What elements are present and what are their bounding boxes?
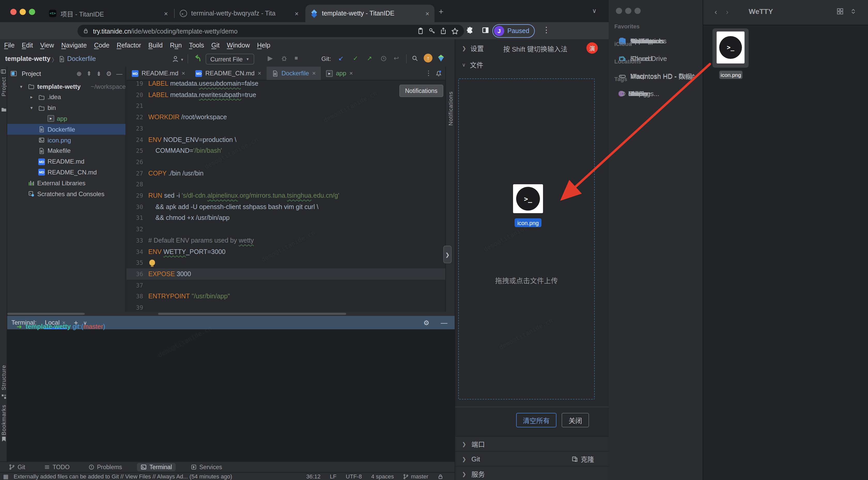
demo-badge[interactable]: 演 <box>586 42 598 54</box>
clear-all-button[interactable]: 清空所有 <box>516 413 556 427</box>
sidebar-toggle-icon[interactable] <box>482 26 489 34</box>
chevron-right-icon[interactable]: ▸ <box>29 95 34 100</box>
history-icon[interactable] <box>380 55 387 62</box>
menu-item-view[interactable]: View <box>40 42 54 49</box>
tab-search-button[interactable]: ∨ <box>592 7 597 14</box>
user-dropdown-icon[interactable]: ▼ <box>180 58 184 61</box>
search-icon[interactable] <box>411 55 418 62</box>
browser-tab[interactable]: <t>项目 - TitanIDE× <box>44 5 173 22</box>
finder-close-button[interactable] <box>616 8 622 14</box>
close-button[interactable]: 关闭 <box>562 413 589 427</box>
line-ending[interactable]: LF <box>330 473 337 479</box>
folder-strip-icon[interactable] <box>1 107 6 112</box>
notifications-bell-icon[interactable] <box>435 70 442 77</box>
editor-hscrollbar[interactable] <box>158 313 346 315</box>
code-line[interactable]: LABEL metadata.rewritesubpath=true <box>148 89 256 100</box>
tab-close-icon[interactable]: × <box>164 9 168 17</box>
hide-panel-icon[interactable]: — <box>116 70 122 77</box>
editor-tab-readme-cn-md[interactable]: MDREADME_CN.md× <box>190 67 267 80</box>
browser-menu-icon[interactable]: ⋮ <box>542 25 550 35</box>
tree-item-readme-md[interactable]: MDREADME.md <box>7 156 126 167</box>
menu-item-window[interactable]: Window <box>227 42 250 49</box>
menu-item-navigate[interactable]: Navigate <box>61 42 87 49</box>
editor-tab-close-icon[interactable]: × <box>182 70 185 77</box>
breadcrumb-project[interactable]: template-wetty <box>5 55 51 63</box>
address-bar[interactable]: try.titanide.cn/ide/web/coding/template-… <box>78 25 464 37</box>
code-line[interactable]: # Default ENV params used by wetty <box>148 235 254 246</box>
tree-item-readme-cn-md[interactable]: MDREADME_CN.md <box>7 167 126 178</box>
tree-item-dockerfile[interactable]: Dockerfile <box>7 124 126 135</box>
extensions-puzzle-icon[interactable] <box>466 26 474 35</box>
chevron-down-icon[interactable]: ▾ <box>29 105 34 110</box>
locate-file-icon[interactable]: ⊕ <box>76 70 82 77</box>
breadcrumb-file[interactable]: Dockerfile <box>67 55 96 63</box>
terminal-prompt[interactable]: ➜ template-wetty git:(master) <box>17 322 105 330</box>
editor-tab-readme-md[interactable]: MDREADME.md× <box>127 67 190 80</box>
code-line[interactable]: && apk add -U openssh-client sshpass bas… <box>148 201 318 212</box>
menu-item-file[interactable]: File <box>4 42 14 49</box>
maximize-window-button[interactable] <box>29 9 35 15</box>
toolwindow-button-git[interactable]: Git <box>5 463 29 471</box>
panel-options-gear-icon[interactable]: ⚙ <box>106 70 112 77</box>
section-ports[interactable]: ❯端口 <box>455 437 609 452</box>
code-line[interactable]: RUN sed -i 's/dl-cdn.alpinelinux.org/mir… <box>148 190 339 201</box>
editor-tab-close-icon[interactable]: × <box>257 70 261 77</box>
finder-file-thumbnail[interactable]: >_ <box>717 32 745 64</box>
status-message[interactable]: Externally added files can be added to G… <box>14 473 232 479</box>
sidebar-item-project[interactable]: Project <box>1 77 7 97</box>
save-clipboard-icon[interactable] <box>417 27 424 35</box>
finder-file-label[interactable]: icon.png <box>719 71 742 79</box>
code-line[interactable]: ENV NODE_ENV=production \ <box>148 134 237 145</box>
gem-icon[interactable] <box>437 54 445 62</box>
collapse-all-icon[interactable]: ⇟ <box>96 70 101 77</box>
menu-item-build[interactable]: Build <box>148 42 163 49</box>
code-line[interactable]: COMMAND='/bin/bash' <box>148 145 222 157</box>
sidebar-item-structure[interactable]: Structure <box>1 365 7 390</box>
tree-item-icon-png[interactable]: icon.png <box>7 135 126 145</box>
menu-item-edit[interactable]: Edit <box>22 42 33 49</box>
menu-item-help[interactable]: Help <box>257 42 270 49</box>
toolwindow-button-problems[interactable]: Problems <box>85 463 126 471</box>
git-update-icon[interactable]: ↙ <box>338 55 344 62</box>
project-tab-icon[interactable] <box>1 69 6 74</box>
section-services[interactable]: ❯服务 <box>455 467 609 480</box>
section-git[interactable]: ❯Git克隆 <box>455 452 609 467</box>
finder-minimize-button[interactable] <box>625 8 631 14</box>
sidebar-item-bookmarks[interactable]: Bookmarks <box>1 405 7 435</box>
password-key-icon[interactable] <box>428 27 436 35</box>
run-configuration-select[interactable]: Current File▼ <box>206 54 254 65</box>
toolwindow-button-terminal[interactable]: Terminal <box>137 463 176 471</box>
tree-item-makefile[interactable]: Makefile <box>7 145 126 157</box>
code-line[interactable]: EXPOSE 3000 <box>148 268 191 280</box>
code-line[interactable]: ENTRYPOINT "/usr/bin/app" <box>148 291 230 302</box>
upload-dropzone[interactable]: >_ icon.png 拖拽或点击文件上传 <box>458 78 595 400</box>
upgrade-icon[interactable]: ↑ <box>424 54 432 63</box>
finder-item-all-tags-[interactable]: All Tags... <box>609 87 703 100</box>
code-line[interactable]: && chmod +x /usr/bin/app <box>148 212 230 224</box>
git-push-icon[interactable]: ↗ <box>367 55 372 62</box>
toolwindow-button-services[interactable]: Services <box>187 463 226 471</box>
git-branch-widget[interactable]: master <box>403 473 428 479</box>
terminal-settings-gear-icon[interactable]: ⚙ <box>424 319 429 327</box>
browser-tab[interactable]: template-wetty - TitanIDE× <box>305 5 435 22</box>
code-line[interactable]: WORKDIR /root/workspace <box>148 111 227 123</box>
finder-forward-icon[interactable]: › <box>726 7 728 16</box>
clone-action[interactable]: 克隆 <box>571 454 594 464</box>
upload-file-thumbnail[interactable]: >_ <box>513 184 543 213</box>
browser-tab[interactable]: >_terminal-wetty-bwqryafz - Tita× <box>175 5 304 22</box>
run-button[interactable]: ▶ <box>268 54 273 62</box>
editor-tab-app[interactable]: ▸app× <box>321 67 358 80</box>
chevron-down-icon[interactable]: ▾ <box>19 84 24 89</box>
editor-tabs-menu-icon[interactable]: ⋮ <box>425 69 432 77</box>
code-line[interactable]: COPY ./bin /usr/bin <box>148 168 204 179</box>
tree-item-scratches-and-consoles[interactable]: Scratches and Consoles <box>7 188 126 199</box>
finder-zoom-button[interactable] <box>634 8 641 14</box>
tree-item-external-libraries[interactable]: External Libraries <box>7 177 126 188</box>
share-icon[interactable] <box>440 27 447 35</box>
tab-close-icon[interactable]: × <box>295 9 299 17</box>
toolwindow-button-todo[interactable]: TODO <box>40 463 73 471</box>
menu-item-refactor[interactable]: Refactor <box>117 42 141 49</box>
tree-item-template-wetty[interactable]: ▾template-wetty~/workspace <box>7 81 126 92</box>
sidebar-item-notifications[interactable]: Notifications <box>447 91 454 126</box>
editor-tab-dockerfile[interactable]: Dockerfile× <box>266 67 321 80</box>
